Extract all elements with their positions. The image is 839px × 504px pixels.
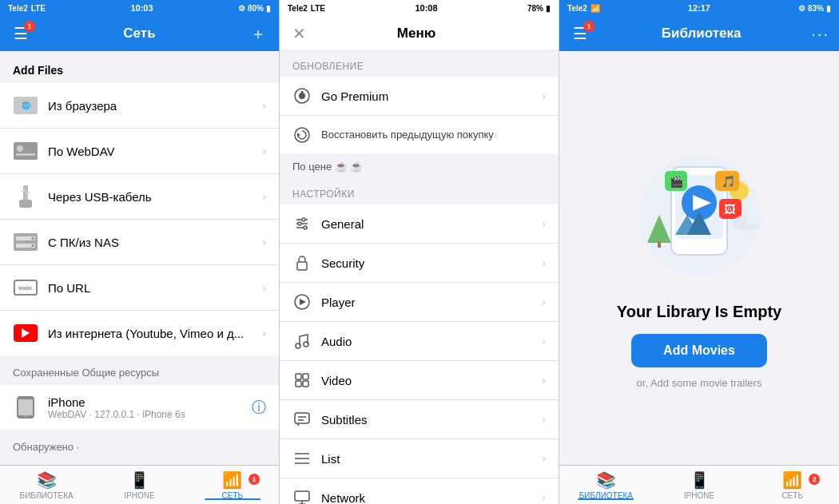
- bluetooth-icon-right: ⚙: [798, 4, 805, 13]
- svg-rect-31: [296, 374, 301, 379]
- library-tab-icon-right: 📚: [596, 470, 616, 490]
- or-add-trailers-text: or, Add some movie trailers: [637, 377, 762, 389]
- right-content: 🎵 🎬 🖼 Your Library Is Empty Add Movies o…: [559, 51, 839, 465]
- svg-point-10: [32, 237, 34, 240]
- mid-nav-title: Меню: [397, 26, 435, 42]
- battery-icon-left: ▮: [266, 4, 271, 13]
- go-premium-label: Go Premium: [321, 89, 542, 103]
- iphone-tab-icon-right: 📱: [690, 470, 710, 490]
- svg-point-25: [304, 226, 307, 229]
- svg-rect-48: [658, 241, 661, 248]
- restore-label: Восстановить предыдущую покупку: [321, 129, 494, 142]
- tab-network-right[interactable]: 📶 СЕТЬ 2: [746, 470, 839, 500]
- battery-mid: 78%: [527, 4, 543, 13]
- settings-section-header: НАСТРОЙКИ: [280, 179, 559, 204]
- svg-point-16: [299, 93, 305, 99]
- add-icon[interactable]: ＋: [247, 23, 269, 45]
- list-item[interactable]: 🌐 Из браузера ›: [0, 83, 279, 129]
- svg-rect-7: [14, 233, 38, 251]
- add-files-header: Add Files: [0, 51, 279, 83]
- time-right: 12:17: [688, 3, 710, 13]
- tab-underline-right: [578, 498, 634, 500]
- svg-rect-13: [18, 399, 33, 415]
- subtitles-label: Subtitles: [321, 413, 542, 427]
- add-movies-button[interactable]: Add Movies: [631, 334, 767, 367]
- list-item[interactable]: Security ›: [280, 244, 559, 283]
- tab-iphone-right[interactable]: 📱 IPHONE: [653, 470, 746, 500]
- library-tab-icon: 📚: [37, 470, 57, 490]
- player-label: Player: [321, 296, 542, 309]
- info-icon[interactable]: ⓘ: [252, 398, 266, 417]
- usb-icon: [13, 184, 38, 209]
- chevron-icon: ›: [262, 145, 266, 157]
- left-nav-title: Сеть: [123, 26, 155, 42]
- list-item[interactable]: Восстановить предыдущую покупку ›: [280, 116, 559, 154]
- tab-library-left[interactable]: 📚 БИБЛИОТЕКА: [0, 470, 93, 500]
- list-item[interactable]: www. По URL ›: [0, 265, 279, 311]
- list-item[interactable]: General ›: [280, 204, 559, 244]
- hamburger-icon-right[interactable]: ☰ 1: [569, 24, 591, 43]
- list-item[interactable]: Player ›: [280, 283, 559, 322]
- video-label: Video: [321, 374, 542, 387]
- left-content: Add Files 🌐 Из браузера › П: [0, 51, 279, 465]
- svg-rect-33: [296, 381, 301, 387]
- saved-list: iPhone WebDAV · 127.0.0.1 · iPhone 6s ⓘ: [0, 385, 279, 430]
- svg-rect-32: [303, 374, 308, 379]
- close-button[interactable]: ✕: [292, 24, 306, 43]
- tab-badge-network-right: 2: [809, 474, 820, 485]
- item-label-youtube: Из интернета (Youtube, Vimeo и д...: [48, 327, 262, 340]
- nav-badge-left: 1: [24, 21, 35, 32]
- discovered-header: Обнаружено ·: [0, 430, 279, 459]
- restore-icon: [292, 125, 312, 145]
- list-item[interactable]: По WebDAV ›: [0, 129, 279, 174]
- browser-icon: 🌐: [13, 93, 38, 118]
- list-item[interactable]: List ›: [280, 439, 559, 478]
- list-item[interactable]: Из интернета (Youtube, Vimeo и д... ›: [0, 311, 279, 355]
- svg-rect-41: [295, 491, 309, 501]
- general-label: General: [321, 217, 542, 231]
- nav-badge-right: 1: [583, 21, 594, 32]
- list-item[interactable]: Video ›: [280, 361, 559, 400]
- hamburger-icon[interactable]: ☰ 1: [10, 24, 32, 43]
- tab-network-left[interactable]: 📶 СЕТЬ 1: [186, 470, 279, 500]
- coffee-text: По цене ☕ ☕: [280, 154, 559, 179]
- more-options-button[interactable]: ···: [811, 25, 829, 43]
- list-item[interactable]: С ПК/из NAS ›: [0, 220, 279, 265]
- security-label: Security: [321, 256, 542, 270]
- svg-rect-26: [297, 262, 307, 270]
- right-nav-bar: ☰ 1 Библиотека ···: [559, 16, 839, 51]
- list-item[interactable]: Audio ›: [280, 322, 559, 361]
- grid-icon: [292, 371, 312, 390]
- carrier-right: Tele2: [567, 4, 587, 13]
- mid-panel: Tele2 LTE 10:08 78% ▮ ✕ Меню ОБНОВЛЕНИЕ: [280, 0, 559, 504]
- svg-marker-28: [300, 299, 306, 305]
- list-item[interactable]: Go Premium ›: [280, 77, 559, 116]
- list-item[interactable]: Network ›: [280, 478, 559, 504]
- url-icon: www.: [13, 275, 38, 300]
- mid-nav-bar: ✕ Меню: [280, 16, 559, 51]
- list-item[interactable]: Subtitles ›: [280, 400, 559, 439]
- nas-icon: [13, 229, 38, 255]
- left-nav-bar: ☰ 1 Сеть ＋: [0, 16, 279, 51]
- update-list: Go Premium › Восстановить предыдущую пок…: [280, 77, 559, 154]
- network-tab-icon: 📶: [222, 470, 242, 490]
- list-item[interactable]: iPhone WebDAV · 127.0.0.1 · iPhone 6s ⓘ: [0, 385, 279, 430]
- battery-icon-right: ▮: [826, 4, 831, 13]
- svg-rect-5: [22, 189, 25, 192]
- svg-marker-19: [297, 133, 300, 137]
- item-label-url: По URL: [48, 281, 262, 295]
- svg-rect-4: [19, 200, 32, 208]
- star-icon: [292, 86, 312, 105]
- tab-library-right[interactable]: 📚 БИБЛИОТЕКА: [559, 470, 653, 500]
- svg-text:🎵: 🎵: [722, 175, 736, 189]
- chevron-icon: ›: [542, 89, 546, 102]
- svg-point-17: [301, 91, 304, 93]
- saved-resources-header: Сохраненные Общие ресурсы: [0, 355, 279, 385]
- svg-rect-2: [16, 153, 35, 156]
- tab-iphone-left[interactable]: 📱 IPHONE: [93, 470, 185, 500]
- chevron-icon: ›: [262, 236, 266, 248]
- carrier-left: Tele2: [8, 4, 28, 13]
- svg-point-18: [295, 128, 309, 142]
- list-item[interactable]: Через USB-кабель ›: [0, 174, 279, 220]
- item-label-browser: Из браузера: [48, 99, 262, 113]
